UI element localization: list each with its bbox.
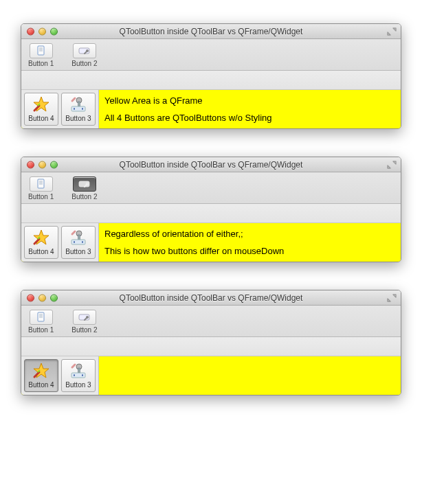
window-1: QToolButton inside QToolBar vs QFrame/QW…	[21, 23, 401, 129]
zoom-icon[interactable]	[50, 294, 58, 301]
yellow-text-line-2: All 4 Buttons are QToolButtons w/o Styli…	[104, 113, 395, 123]
star-icon	[32, 362, 51, 380]
yellow-text-line-2: This is how two buttons differ on mouseD…	[104, 246, 395, 256]
zoom-icon[interactable]	[50, 161, 58, 168]
toolbar-button-2-label: Button 2	[71, 326, 97, 334]
frame-button-3[interactable]: Button 3	[61, 226, 96, 259]
frame-button-3-label: Button 3	[65, 381, 91, 389]
window-title: QToolButton inside QToolBar vs QFrame/QW…	[25, 27, 397, 36]
frame-button-3-label: Button 3	[65, 115, 91, 122]
titlebar[interactable]: QToolButton inside QToolBar vs QFrame/QW…	[21, 24, 401, 39]
frame-button-4[interactable]: Button 4	[24, 359, 58, 392]
frame-button-4-label: Button 4	[28, 248, 54, 255]
traffic-lights	[27, 294, 58, 301]
wrench-icon	[73, 176, 96, 192]
fullscreen-icon[interactable]	[387, 294, 397, 302]
window-chrome: QToolButton inside QToolBar vs QFrame/QW…	[21, 290, 401, 396]
wrench-icon	[73, 310, 96, 325]
toolbar: Button 1 Button 2	[21, 39, 401, 71]
wrench-icon	[73, 43, 96, 58]
toolbar-button-1-label: Button 1	[28, 193, 54, 201]
yellow-qframe: Yellow Area is a QFrame All 4 Buttons ar…	[99, 90, 401, 128]
yellow-qframe	[99, 356, 401, 395]
qframe-row: Button 4 Button 3 Yellow Area is a QFram…	[21, 90, 401, 128]
frame-button-4-label: Button 4	[28, 115, 54, 122]
yellow-text-line-1: Yellow Area is a QFrame	[104, 95, 395, 106]
minimize-icon[interactable]	[38, 27, 46, 35]
window-chrome: QToolButton inside QToolBar vs QFrame/QW…	[21, 23, 401, 129]
toolbar-button-2-label: Button 2	[71, 60, 97, 67]
fullscreen-icon[interactable]	[387, 161, 397, 169]
toolbar-button-2[interactable]: Button 2	[69, 175, 100, 202]
yellow-text-line-1: Regardless of orientation of either,;	[104, 229, 395, 239]
toolbar-button-1-label: Button 1	[28, 326, 54, 334]
document-icon	[30, 310, 53, 325]
window-chrome: QToolButton inside QToolBar vs QFrame/QW…	[21, 157, 401, 262]
toolbar-button-1[interactable]: Button 1	[25, 308, 56, 335]
toolbar-button-2-label: Button 2	[71, 193, 97, 201]
tools-icon	[69, 229, 88, 247]
frame-button-4-label: Button 4	[28, 381, 54, 389]
frame-button-4[interactable]: Button 4	[24, 226, 58, 259]
frame-button-4[interactable]: Button 4	[24, 93, 58, 126]
titlebar[interactable]: QToolButton inside QToolBar vs QFrame/QW…	[21, 290, 401, 306]
frame-button-3-label: Button 3	[65, 248, 91, 255]
close-icon[interactable]	[27, 161, 34, 168]
minimize-icon[interactable]	[38, 294, 46, 301]
frame-button-3[interactable]: Button 3	[61, 359, 96, 392]
toolbar-button-2[interactable]: Button 2	[69, 308, 100, 335]
zoom-icon[interactable]	[50, 27, 58, 35]
close-icon[interactable]	[27, 294, 34, 301]
qframe-row: Button 4 Button 3	[21, 356, 401, 395]
spacer	[21, 71, 401, 90]
svg-rect-20	[38, 312, 44, 321]
window-title: QToolButton inside QToolBar vs QFrame/QW…	[25, 160, 397, 170]
toolbar-button-1-label: Button 1	[28, 60, 54, 67]
window-2: QToolButton inside QToolBar vs QFrame/QW…	[21, 157, 401, 262]
toolbar-button-2[interactable]: Button 2	[69, 42, 100, 69]
traffic-lights	[27, 161, 58, 168]
yellow-qframe: Regardless of orientation of either,; Th…	[99, 223, 401, 262]
star-icon	[32, 229, 51, 247]
svg-rect-10	[38, 179, 44, 188]
toolbar-button-1[interactable]: Button 1	[25, 42, 56, 69]
fullscreen-icon[interactable]	[387, 27, 397, 36]
frame-button-group: Button 4 Button 3	[21, 356, 99, 395]
titlebar[interactable]: QToolButton inside QToolBar vs QFrame/QW…	[21, 157, 401, 172]
window-3: QToolButton inside QToolBar vs QFrame/QW…	[21, 290, 401, 396]
window-title: QToolButton inside QToolBar vs QFrame/QW…	[25, 293, 397, 303]
document-icon	[30, 176, 53, 192]
star-icon	[32, 95, 51, 113]
tools-icon	[69, 362, 88, 380]
minimize-icon[interactable]	[38, 161, 46, 168]
frame-button-group: Button 4 Button 3	[21, 90, 99, 128]
toolbar: Button 1 Button 2	[21, 306, 401, 337]
tools-icon	[69, 95, 88, 113]
toolbar-button-1[interactable]: Button 1	[25, 175, 56, 202]
close-icon[interactable]	[27, 27, 34, 35]
toolbar: Button 1 Button 2	[21, 172, 401, 204]
document-icon	[30, 43, 53, 58]
qframe-row: Button 4 Button 3 Regardless of orientat…	[21, 223, 401, 262]
frame-button-group: Button 4 Button 3	[21, 223, 99, 262]
svg-rect-0	[38, 46, 44, 55]
spacer	[21, 204, 401, 223]
frame-button-3[interactable]: Button 3	[61, 93, 96, 126]
spacer	[21, 337, 401, 356]
traffic-lights	[27, 27, 58, 35]
